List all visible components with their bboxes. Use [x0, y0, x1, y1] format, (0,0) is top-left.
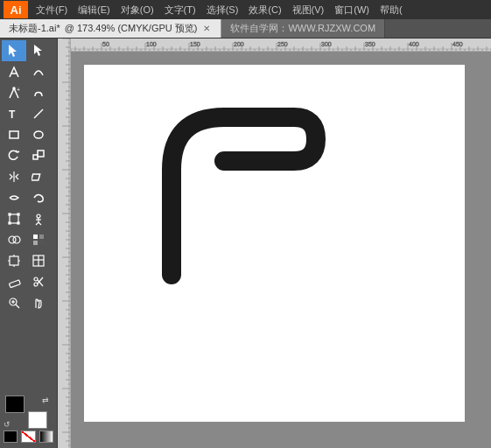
- tool-anchor-convert[interactable]: [26, 82, 51, 103]
- menu-help[interactable]: 帮助(: [375, 2, 407, 18]
- tab-bar: 未标题-1.ai* @ 173.49% (CMYK/GPU 预览) ✕ 软件自学…: [0, 19, 491, 38]
- tool-hand[interactable]: [26, 292, 51, 313]
- svg-text:T: T: [9, 108, 16, 121]
- svg-rect-9: [38, 150, 44, 157]
- menu-effect[interactable]: 效果(C): [244, 2, 285, 18]
- tool-row-12: [2, 271, 55, 292]
- tool-rectangle[interactable]: [2, 124, 26, 145]
- svg-rect-26: [33, 241, 38, 245]
- tool-row-7: [2, 166, 55, 187]
- svg-rect-24: [33, 234, 38, 239]
- ruler-left: [58, 38, 71, 448]
- menu-view[interactable]: 视图(V): [288, 2, 329, 18]
- menu-type[interactable]: 文字(T): [160, 2, 200, 18]
- svg-text:450: 450: [452, 41, 463, 47]
- menu-edit[interactable]: 编辑(E): [74, 2, 115, 18]
- tool-shear[interactable]: [26, 166, 51, 187]
- svg-rect-36: [9, 280, 20, 288]
- svg-point-37: [34, 277, 38, 281]
- main-area: + T: [0, 38, 491, 448]
- tab-active-info: @ 173.49% (CMYK/GPU 预览): [65, 22, 198, 35]
- tool-direct-select[interactable]: [26, 40, 51, 61]
- svg-text:300: 300: [321, 41, 332, 47]
- tool-row-9: [2, 208, 55, 229]
- tool-slice[interactable]: [26, 250, 51, 271]
- menu-window[interactable]: 窗口(W): [330, 2, 374, 18]
- svg-text:200: 200: [234, 41, 244, 47]
- svg-rect-13: [9, 214, 11, 215]
- tool-ellipse[interactable]: [26, 124, 51, 145]
- title-bar: Ai 文件(F) 编辑(E) 对象(O) 文字(T) 选择(S) 效果(C) 视…: [0, 0, 491, 19]
- menu-file[interactable]: 文件(F): [32, 2, 72, 18]
- menu-bar: 文件(F) 编辑(E) 对象(O) 文字(T) 选择(S) 效果(C) 视图(V…: [32, 2, 407, 18]
- drawn-shape: [154, 100, 329, 292]
- svg-text:50: 50: [102, 41, 109, 47]
- reset-colors-icon[interactable]: ↺: [4, 420, 11, 429]
- svg-marker-0: [9, 45, 17, 57]
- tool-add-anchor[interactable]: +: [2, 82, 26, 103]
- color-area: ⇄ ↺: [2, 392, 55, 446]
- svg-line-20: [36, 222, 39, 225]
- svg-rect-16: [18, 222, 19, 224]
- tool-width[interactable]: [2, 187, 26, 208]
- tool-type[interactable]: T: [2, 103, 26, 124]
- svg-point-23: [13, 236, 20, 243]
- tool-row-11: [2, 250, 55, 271]
- svg-point-7: [34, 131, 43, 138]
- color-mode-none[interactable]: [21, 430, 35, 443]
- svg-marker-1: [34, 45, 42, 56]
- svg-line-42: [16, 304, 19, 308]
- swatch-fg[interactable]: [5, 396, 25, 413]
- tool-row-6: [2, 145, 55, 166]
- svg-point-38: [34, 283, 38, 286]
- svg-rect-14: [18, 214, 19, 215]
- tool-row-2: [2, 61, 55, 82]
- tool-row-3: +: [2, 82, 55, 103]
- svg-text:350: 350: [365, 41, 375, 47]
- tool-row-8: [2, 187, 55, 208]
- tool-line[interactable]: [26, 103, 51, 124]
- color-mode-gradient[interactable]: [39, 430, 53, 443]
- swap-colors-icon[interactable]: ⇄: [42, 396, 49, 404]
- tool-live-paint[interactable]: [26, 229, 51, 250]
- tool-puppet-warp[interactable]: [26, 208, 51, 229]
- tool-shape-builder[interactable]: [2, 229, 26, 250]
- color-mode-row: [4, 430, 53, 443]
- menu-select[interactable]: 选择(S): [202, 2, 243, 18]
- svg-text:100: 100: [146, 41, 157, 47]
- tool-row-10: [2, 229, 55, 250]
- tool-reflect[interactable]: [2, 166, 26, 187]
- tab-active-label: 未标题-1.ai*: [9, 22, 60, 35]
- svg-text:250: 250: [277, 41, 288, 47]
- svg-rect-27: [39, 241, 44, 245]
- tool-rotate[interactable]: [2, 145, 26, 166]
- tool-selection[interactable]: [2, 40, 26, 61]
- svg-text:+: +: [17, 87, 20, 93]
- tool-artboard[interactable]: [2, 250, 26, 271]
- tool-scissors[interactable]: [26, 271, 51, 292]
- svg-text:150: 150: [190, 41, 200, 47]
- canvas-area[interactable]: // ruler ticks drawn via template below …: [58, 38, 491, 448]
- tool-free-transform[interactable]: [2, 208, 26, 229]
- swatch-bg[interactable]: [28, 411, 47, 429]
- tab-active[interactable]: 未标题-1.ai* @ 173.49% (CMYK/GPU 预览) ✕: [0, 19, 221, 38]
- canvas-document[interactable]: [84, 65, 465, 422]
- toolbar: + T: [0, 38, 58, 448]
- tool-eraser[interactable]: [2, 271, 26, 292]
- tool-pen[interactable]: [2, 61, 26, 82]
- tool-zoom[interactable]: [2, 292, 26, 313]
- tool-row-1: [2, 40, 55, 61]
- tool-curvature[interactable]: [26, 61, 51, 82]
- tool-scale[interactable]: [26, 145, 51, 166]
- tab-inactive[interactable]: 软件自学网：WWW.RJZXW.COM: [221, 19, 385, 38]
- menu-object[interactable]: 对象(O): [116, 2, 158, 18]
- svg-line-21: [39, 222, 41, 225]
- ai-logo: Ai: [4, 1, 28, 18]
- tool-warp[interactable]: [26, 187, 51, 208]
- tab-active-close[interactable]: ✕: [201, 23, 212, 34]
- svg-rect-15: [9, 222, 11, 224]
- svg-rect-6: [10, 131, 18, 138]
- ruler-top: // ruler ticks drawn via template below …: [58, 38, 491, 52]
- color-mode-solid[interactable]: [4, 430, 18, 443]
- svg-point-2: [13, 88, 15, 89]
